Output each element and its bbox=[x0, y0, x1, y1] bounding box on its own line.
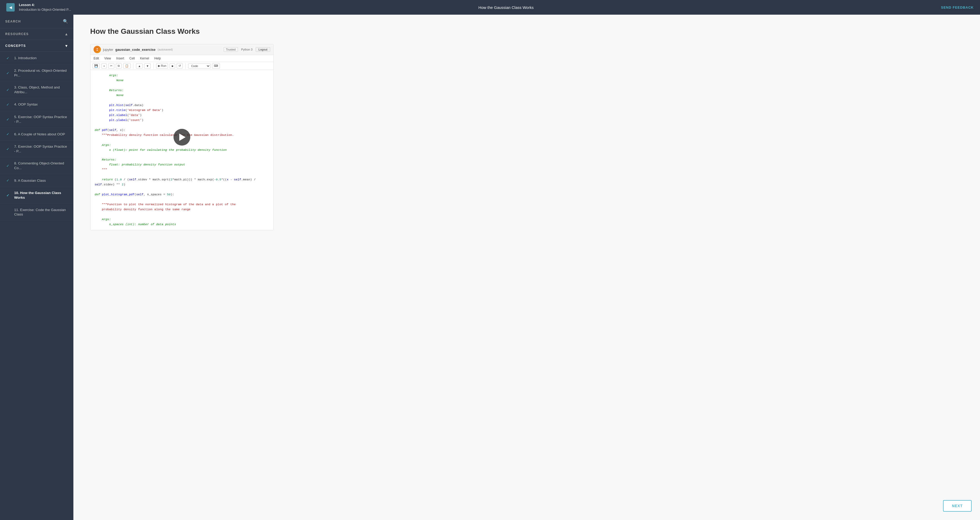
back-icon: ◀ bbox=[9, 5, 12, 10]
sidebar-item-label-4: 4. OOP Syntax bbox=[14, 102, 68, 107]
menu-insert[interactable]: Insert bbox=[116, 56, 124, 61]
sidebar-item-10[interactable]: ✓ 10. How the Gaussian Class Works bbox=[0, 187, 73, 204]
sidebar-item-label-1: 1. Introduction bbox=[14, 56, 68, 60]
resources-label: RESOURCES bbox=[5, 32, 29, 36]
play-button[interactable] bbox=[173, 129, 190, 146]
toolbar-down[interactable]: ▼ bbox=[144, 63, 151, 68]
svg-point-0 bbox=[95, 48, 99, 52]
sidebar-item-8[interactable]: ✓ 8. Commenting Object-Oriented Co... bbox=[0, 157, 73, 174]
notebook-toolbar: 💾 + ✂ ⧉ 📋 ▲ ▼ ▶ Run ■ ↺ Code Markdown Ra… bbox=[91, 62, 274, 70]
search-label: SEARCH bbox=[5, 20, 21, 23]
notebook-container: jupyter gaussian_code_exercise (autosave… bbox=[90, 44, 274, 230]
check-icon-10: ✓ bbox=[5, 193, 11, 198]
notebook-code: Args: None Returns: None plt.hist(self.d… bbox=[91, 70, 274, 230]
topbar-left: ◀ Lesson 4: Introduction to Object-Orien… bbox=[6, 3, 71, 12]
sidebar-item-5[interactable]: ✓ 5. Exercise: OOP Syntax Practice - P..… bbox=[0, 111, 73, 128]
layout: SEARCH 🔍 RESOURCES ▲ CONCEPTS ▼ ✓ 1. Int… bbox=[0, 15, 980, 520]
sidebar-item-11[interactable]: 11. Exercise: Code the Gaussian Class bbox=[0, 204, 73, 221]
toolbar-separator-2 bbox=[153, 63, 154, 68]
notebook-filename: gaussian_code_exercise bbox=[115, 48, 156, 52]
sidebar-item-label-8: 8. Commenting Object-Oriented Co... bbox=[14, 161, 68, 170]
sidebar-item-4[interactable]: ✓ 4. OOP Syntax bbox=[0, 98, 73, 111]
toolbar-up[interactable]: ▲ bbox=[136, 63, 143, 68]
notebook-menubar: Edit View Insert Cell Kernel Help bbox=[91, 55, 274, 62]
check-icon-9: ✓ bbox=[5, 178, 11, 183]
check-icon-5: ✓ bbox=[5, 117, 11, 122]
sidebar: SEARCH 🔍 RESOURCES ▲ CONCEPTS ▼ ✓ 1. Int… bbox=[0, 15, 73, 520]
lesson-info: Lesson 4: Introduction to Object-Oriente… bbox=[19, 3, 71, 12]
topbar: ◀ Lesson 4: Introduction to Object-Orien… bbox=[0, 0, 980, 15]
search-icon[interactable]: 🔍 bbox=[63, 19, 68, 24]
check-icon-2: ✓ bbox=[5, 70, 11, 76]
sidebar-item-label-9: 9. A Gaussian Class bbox=[14, 178, 68, 183]
svg-point-2 bbox=[97, 50, 98, 51]
send-feedback-button[interactable]: SEND FEEDBACK bbox=[941, 5, 974, 10]
topbar-title: How the Gaussian Class Works bbox=[478, 5, 534, 10]
cell-type-select[interactable]: Code Markdown Raw bbox=[188, 63, 210, 68]
toolbar-cut[interactable]: ✂ bbox=[108, 63, 114, 68]
toolbar-copy[interactable]: ⧉ bbox=[116, 63, 122, 68]
toolbar-run[interactable]: ▶ Run bbox=[156, 63, 168, 68]
menu-kernel[interactable]: Kernel bbox=[140, 56, 149, 61]
resources-section: RESOURCES ▲ bbox=[0, 28, 73, 40]
toolbar-restart[interactable]: ↺ bbox=[177, 63, 183, 68]
toolbar-paste[interactable]: 📋 bbox=[123, 63, 130, 68]
logout-button[interactable]: Logout bbox=[256, 47, 270, 52]
toolbar-separator-3 bbox=[185, 63, 186, 68]
sidebar-item-9[interactable]: ✓ 9. A Gaussian Class bbox=[0, 174, 73, 187]
check-icon-11 bbox=[5, 209, 11, 215]
sidebar-item-7[interactable]: ✓ 7. Exercise: OOP Syntax Practice - P..… bbox=[0, 141, 73, 157]
menu-view[interactable]: View bbox=[104, 56, 111, 61]
concepts-chevron-icon[interactable]: ▼ bbox=[64, 44, 68, 48]
next-button[interactable]: NEXT bbox=[943, 500, 972, 512]
svg-point-1 bbox=[97, 48, 98, 49]
jupyter-logo bbox=[94, 46, 101, 53]
page-title: How the Gaussian Class Works bbox=[90, 27, 963, 36]
concepts-label: CONCEPTS bbox=[5, 44, 26, 48]
menu-cell[interactable]: Cell bbox=[129, 56, 135, 61]
back-button[interactable]: ◀ bbox=[6, 3, 15, 11]
toolbar-keyboard[interactable]: ⌨ bbox=[212, 63, 220, 68]
notebook-topbar: jupyter gaussian_code_exercise (autosave… bbox=[91, 44, 274, 55]
sidebar-item-2[interactable]: ✓ 2. Procedural vs. Object-Oriented Pr..… bbox=[0, 65, 73, 81]
menu-edit[interactable]: Edit bbox=[94, 56, 99, 61]
concepts-section: CONCEPTS ▼ bbox=[0, 40, 73, 52]
play-triangle-icon bbox=[179, 133, 186, 141]
check-icon-8: ✓ bbox=[5, 163, 11, 168]
main-content: How the Gaussian Class Works jupyter gau… bbox=[73, 15, 980, 520]
lesson-label: Lesson 4: bbox=[19, 3, 71, 7]
sidebar-item-label-10: 10. How the Gaussian Class Works bbox=[14, 190, 68, 200]
jupyter-text: jupyter bbox=[103, 48, 113, 52]
check-icon-6: ✓ bbox=[5, 132, 11, 137]
check-icon-4: ✓ bbox=[5, 102, 11, 107]
sidebar-item-6[interactable]: ✓ 6. A Couple of Notes about OOP bbox=[0, 128, 73, 141]
toolbar-stop[interactable]: ■ bbox=[170, 63, 175, 68]
toolbar-separator-1 bbox=[133, 63, 134, 68]
notebook-actions: Trusted Python 3 Logout bbox=[224, 47, 270, 52]
trusted-badge: Trusted bbox=[224, 47, 238, 52]
notebook-brand: jupyter gaussian_code_exercise (autosave… bbox=[94, 46, 173, 53]
notebook-autosaved: (autosaved) bbox=[158, 48, 173, 51]
python-badge: Python 3 bbox=[241, 48, 252, 51]
resources-chevron-icon[interactable]: ▲ bbox=[64, 32, 68, 36]
sidebar-item-label-7: 7. Exercise: OOP Syntax Practice - P... bbox=[14, 144, 68, 154]
check-icon-3: ✓ bbox=[5, 87, 11, 92]
sidebar-item-label-5: 5. Exercise: OOP Syntax Practice - P... bbox=[14, 115, 68, 124]
sidebar-item-3[interactable]: ✓ 3. Class, Object, Method and Attribu..… bbox=[0, 81, 73, 98]
sidebar-items-list: ✓ 1. Introduction ✓ 2. Procedural vs. Ob… bbox=[0, 52, 73, 520]
sidebar-item-label-11: 11. Exercise: Code the Gaussian Class bbox=[14, 208, 68, 217]
sidebar-item-1[interactable]: ✓ 1. Introduction bbox=[0, 52, 73, 65]
next-button-container: NEXT bbox=[943, 500, 972, 512]
sidebar-item-label-3: 3. Class, Object, Method and Attribu... bbox=[14, 85, 68, 94]
toolbar-save[interactable]: 💾 bbox=[92, 63, 100, 68]
menu-help[interactable]: Help bbox=[154, 56, 161, 61]
check-icon-1: ✓ bbox=[5, 55, 11, 61]
search-section: SEARCH 🔍 bbox=[0, 15, 73, 28]
lesson-subtitle: Introduction to Object-Oriented P... bbox=[19, 8, 71, 11]
check-icon-7: ✓ bbox=[5, 146, 11, 152]
sidebar-item-label-2: 2. Procedural vs. Object-Oriented Pr... bbox=[14, 68, 68, 78]
toolbar-add[interactable]: + bbox=[102, 63, 107, 68]
sidebar-item-label-6: 6. A Couple of Notes about OOP bbox=[14, 132, 68, 137]
